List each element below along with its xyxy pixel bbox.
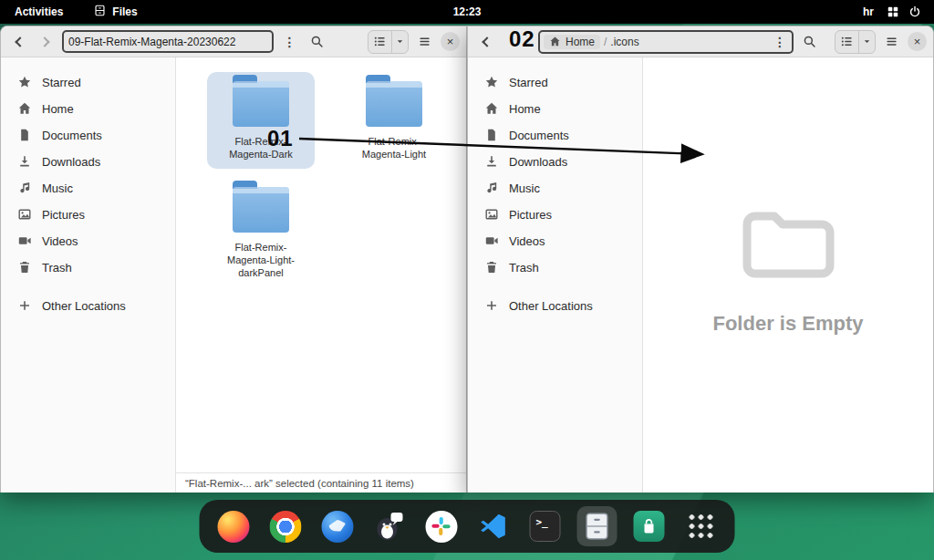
annotation-step-2: 02 (509, 26, 535, 52)
sidebar-item-label: Trash (509, 261, 539, 275)
video-icon (484, 233, 499, 248)
sidebar-item-trash[interactable]: Trash (475, 254, 635, 280)
sidebar-item-pictures[interactable]: Pictures (8, 202, 168, 227)
document-icon (484, 128, 499, 142)
close-icon[interactable]: × (441, 32, 460, 51)
top-bar: Activities Files 12:23 hr (0, 0, 934, 24)
forward-button[interactable] (35, 30, 57, 53)
list-view-icon[interactable] (368, 31, 392, 53)
sidebar-item-label: Pictures (42, 208, 85, 222)
left-file-area[interactable]: Flat-Remix-Magenta-Dark Flat-Remix-Magen… (176, 57, 466, 493)
files-window-destination: Home / .icons ⋮ × (467, 26, 934, 493)
sidebar-item-home[interactable]: Home (8, 96, 168, 121)
file-item-flat-remix-magenta-light-darkpanel[interactable]: Flat-Remix-Magenta-Light-darkPanel (207, 178, 315, 287)
sidebar-item-music[interactable]: Music (475, 175, 635, 201)
sidebar-item-starred[interactable]: Starred (8, 69, 168, 95)
sidebar-item-label: Other Locations (509, 299, 593, 313)
firefox-icon[interactable] (213, 506, 254, 546)
left-headerbar: ⋮ × (1, 26, 466, 57)
app-menu-button[interactable]: Files (94, 5, 137, 19)
sidebar-item-label: Documents (509, 129, 569, 142)
home-icon (17, 101, 32, 116)
hamburger-menu-icon[interactable] (413, 30, 436, 53)
sidebar-item-documents[interactable]: Documents (8, 122, 168, 148)
video-icon (17, 233, 32, 248)
breadcrumb-home[interactable]: Home (544, 35, 600, 49)
sidebar-item-downloads[interactable]: Downloads (475, 149, 635, 174)
software-store-icon[interactable] (629, 506, 669, 546)
sidebar-item-documents[interactable]: Documents (475, 122, 635, 148)
breadcrumb-label: Home (566, 36, 595, 48)
sidebar-item-label: Music (509, 181, 540, 195)
star-icon (17, 75, 32, 89)
sidebar-item-label: Pictures (509, 208, 552, 222)
left-sidebar: Starred Home Documents Downloads Music (1, 57, 176, 493)
sidebar-item-label: Music (42, 181, 73, 195)
sidebar-item-label: Starred (42, 76, 81, 89)
sidebar-item-other-locations[interactable]: Other Locations (475, 293, 635, 318)
sidebar-item-label: Trash (42, 261, 72, 275)
sidebar-item-videos[interactable]: Videos (8, 228, 168, 254)
path-menu-kebab-icon[interactable]: ⋮ (773, 35, 788, 49)
sidebar-item-downloads[interactable]: Downloads (8, 149, 168, 174)
chrome-icon[interactable] (265, 506, 306, 546)
back-button[interactable] (7, 30, 30, 53)
empty-folder-state: Folder is Empty (643, 52, 933, 487)
picture-icon (17, 207, 32, 222)
app-grid-icon[interactable] (681, 506, 721, 546)
back-button[interactable] (474, 30, 497, 53)
terminal-icon[interactable]: >_ (525, 506, 566, 546)
download-icon (17, 154, 32, 169)
chevron-down-icon[interactable] (859, 31, 875, 53)
sidebar-item-label: Videos (42, 234, 78, 248)
view-toggle[interactable] (368, 30, 409, 54)
breadcrumb-current[interactable]: .icons (610, 36, 638, 48)
right-sidebar: Starred Home Documents Downloads Music (468, 57, 643, 493)
sidebar-item-home[interactable]: Home (475, 96, 635, 121)
star-icon (484, 75, 499, 89)
slack-icon[interactable] (421, 506, 462, 546)
list-view-icon[interactable] (835, 31, 859, 53)
sidebar-item-videos[interactable]: Videos (475, 228, 635, 254)
view-toggle[interactable] (835, 30, 876, 54)
files-icon[interactable] (577, 506, 617, 546)
clock[interactable]: 12:23 (453, 5, 482, 18)
thunderbird-icon[interactable] (317, 506, 358, 546)
path-menu-kebab-icon[interactable]: ⋮ (278, 30, 301, 53)
path-entry[interactable] (62, 30, 274, 53)
sidebar-item-other-locations[interactable]: Other Locations (8, 293, 168, 318)
trash-icon (17, 260, 32, 275)
vscode-icon[interactable] (473, 506, 514, 546)
home-icon (549, 36, 561, 47)
close-icon[interactable]: × (908, 32, 927, 51)
terminal-prompt: >_ (536, 516, 548, 528)
system-tray[interactable] (887, 5, 921, 18)
folder-icon (233, 187, 289, 233)
search-icon[interactable] (798, 30, 821, 53)
breadcrumb[interactable]: Home / .icons ⋮ (538, 30, 794, 54)
download-icon (484, 154, 499, 169)
home-icon (484, 101, 499, 116)
chevron-down-icon[interactable] (392, 31, 408, 53)
sidebar-item-starred[interactable]: Starred (475, 69, 635, 95)
sidebar-item-trash[interactable]: Trash (8, 254, 168, 280)
sidebar-item-label: Downloads (42, 155, 100, 169)
sidebar-item-label: Other Locations (42, 299, 126, 313)
music-note-icon (484, 181, 499, 195)
plus-icon (17, 298, 32, 313)
right-file-area[interactable]: Folder is Empty (643, 57, 933, 493)
sidebar-item-label: Documents (42, 129, 102, 142)
picture-icon (484, 207, 499, 222)
sidebar-item-music[interactable]: Music (8, 175, 168, 201)
penguin-chat-icon[interactable] (369, 506, 410, 546)
file-item-flat-remix-magenta-dark[interactable]: Flat-Remix-Magenta-Dark (207, 72, 315, 169)
plus-icon (484, 298, 499, 313)
files-window-source: ⋮ × Starred (0, 26, 467, 493)
search-icon[interactable] (306, 30, 328, 53)
sidebar-item-pictures[interactable]: Pictures (475, 202, 635, 227)
trash-icon (484, 260, 499, 275)
file-item-flat-remix-magenta-light[interactable]: Flat-Remix-Magenta-Light (340, 72, 448, 169)
sidebar-item-label: Home (42, 102, 74, 116)
activities-button[interactable]: Activities (15, 5, 63, 18)
hamburger-menu-icon[interactable] (880, 30, 903, 53)
